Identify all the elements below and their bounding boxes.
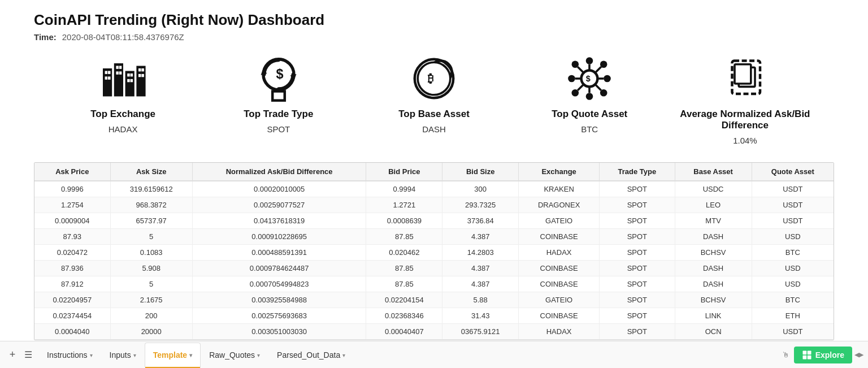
table-cell: 0.000488591391 <box>192 245 366 261</box>
table-cell: HADAX <box>519 245 600 261</box>
table-cell: BCHSV <box>675 245 752 261</box>
table-cell: 0.9996 <box>34 181 110 197</box>
table-header-cell: Exchange <box>519 163 600 181</box>
table-cell: GATEIO <box>519 292 600 308</box>
table-cell: 0.000910228695 <box>192 229 366 245</box>
quote-asset-icon: $ <box>564 53 615 104</box>
table-cell: DRAGONEX <box>519 197 600 213</box>
table-cell: SPOT <box>600 229 675 245</box>
table-cell: DASH <box>675 276 752 292</box>
table-cell: LINK <box>675 308 752 324</box>
normalized-icon <box>719 53 770 104</box>
tab-parsed-out-dropdown[interactable]: ▾ <box>342 352 345 358</box>
tab-inputs-dropdown[interactable]: ▾ <box>133 352 136 358</box>
table-cell: 0.04137618319 <box>192 213 366 229</box>
table-row: 0.022049572.16750.0039255849880.02204154… <box>34 292 834 308</box>
explore-label: Explore <box>815 350 844 360</box>
table-cell: 0.0008639 <box>366 213 442 229</box>
table-cell: SPOT <box>600 308 675 324</box>
explore-icon <box>802 350 812 360</box>
table-row: 0.023744542000.0025756936830.0236834631.… <box>34 308 834 324</box>
explore-button[interactable]: Explore <box>794 347 852 363</box>
table-cell: 4.387 <box>442 261 519 276</box>
svg-rect-5 <box>108 71 111 74</box>
svg-point-39 <box>600 89 607 97</box>
svg-rect-7 <box>108 76 111 79</box>
trade-type-icon: $ <box>253 53 304 104</box>
table-cell: 5.88 <box>442 292 519 308</box>
svg-line-47 <box>595 84 601 90</box>
table-cell: USDT <box>752 213 834 229</box>
svg-rect-11 <box>119 71 121 74</box>
tab-instructions[interactable]: Instructions ▾ <box>38 343 101 367</box>
svg-rect-19 <box>141 74 144 77</box>
table-cell: LEO <box>675 197 752 213</box>
table-cell: 968.3872 <box>110 197 192 213</box>
svg-rect-50 <box>735 64 751 84</box>
tab-template[interactable]: Template ▾ <box>145 343 201 367</box>
add-tab-button[interactable]: + <box>5 347 20 363</box>
top-trade-type-value: SPOT <box>267 124 290 134</box>
table-cell: 0.0009784624487 <box>192 261 366 276</box>
tab-inputs[interactable]: Inputs ▾ <box>101 343 145 367</box>
table-cell: 20000 <box>110 324 192 340</box>
tab-menu-button[interactable]: ☰ <box>20 347 36 363</box>
svg-rect-14 <box>127 79 130 82</box>
metric-top-quote-asset: $ <box>512 53 667 134</box>
svg-line-44 <box>578 67 584 73</box>
tab-raw-quotes-label: Raw_Quotes <box>209 350 255 360</box>
metrics-row: Top Exchange HADAX $ <box>34 53 834 145</box>
svg-rect-53 <box>802 355 806 359</box>
table-cell: USDT <box>752 324 834 340</box>
tab-instructions-dropdown[interactable]: ▾ <box>90 352 93 358</box>
table-cell: COINBASE <box>519 276 600 292</box>
svg-rect-4 <box>105 71 107 74</box>
top-quote-asset-value: BTC <box>581 124 598 134</box>
top-base-asset-label: Top Base Asset <box>398 109 470 120</box>
table-cell: 0.9994 <box>366 181 442 197</box>
svg-point-38 <box>572 89 579 97</box>
avg-normalized-label: Average Normalized Ask/Bid Difference <box>667 109 823 131</box>
table-cell: SPOT <box>600 213 675 229</box>
metric-top-base-asset: ₿ ₿ Top Base Asset DASH <box>356 53 511 134</box>
table-cell: 5 <box>110 276 192 292</box>
svg-text:₿: ₿ <box>428 72 433 85</box>
table-cell: KRAKEN <box>519 181 600 197</box>
table-cell: COINBASE <box>519 261 600 276</box>
svg-rect-24 <box>272 92 285 101</box>
table-cell: 0.0007054994823 <box>192 276 366 292</box>
table-cell: SPOT <box>600 181 675 197</box>
table-cell: 0.002575693683 <box>192 308 366 324</box>
svg-rect-13 <box>130 73 133 76</box>
table-cell: 03675.9121 <box>442 324 519 340</box>
table-cell: BTC <box>752 245 834 261</box>
table-cell: USDC <box>675 181 752 197</box>
table-cell: USDT <box>752 197 834 213</box>
table-cell: 0.020472 <box>34 245 110 261</box>
svg-point-36 <box>572 61 579 68</box>
tab-parsed-out-data[interactable]: Parsed_Out_Data ▾ <box>268 343 354 367</box>
table-row: 87.9350.00091022869587.854.387COINBASESP… <box>34 229 834 245</box>
table-cell: SPOT <box>600 197 675 213</box>
table-row: 87.91250.000705499482387.854.387COINBASE… <box>34 276 834 292</box>
tab-template-dropdown[interactable]: ▾ <box>189 352 192 358</box>
table-cell: 0.0004040 <box>34 324 110 340</box>
table-cell: 0.00259077527 <box>192 197 366 213</box>
table-cell: 14.2803 <box>442 245 519 261</box>
table-cell: 87.85 <box>366 229 442 245</box>
table-cell: 87.936 <box>34 261 110 276</box>
table-header-cell: Normalized Ask/Bid Difference <box>192 163 366 181</box>
table-row: 0.000900465737.970.041376183190.00086393… <box>34 213 834 229</box>
tab-raw-quotes[interactable]: Raw_Quotes ▾ <box>201 343 268 367</box>
svg-text:$: $ <box>586 74 591 83</box>
svg-point-35 <box>604 75 611 83</box>
exchange-icon <box>98 53 149 104</box>
svg-rect-0 <box>103 68 112 97</box>
svg-rect-9 <box>119 66 121 69</box>
table-cell: SPOT <box>600 245 675 261</box>
tab-raw-quotes-dropdown[interactable]: ▾ <box>257 352 260 358</box>
table-cell: 65737.97 <box>110 213 192 229</box>
tab-inputs-label: Inputs <box>110 350 131 360</box>
svg-rect-18 <box>138 74 141 77</box>
table-cell: 1.2721 <box>366 197 442 213</box>
